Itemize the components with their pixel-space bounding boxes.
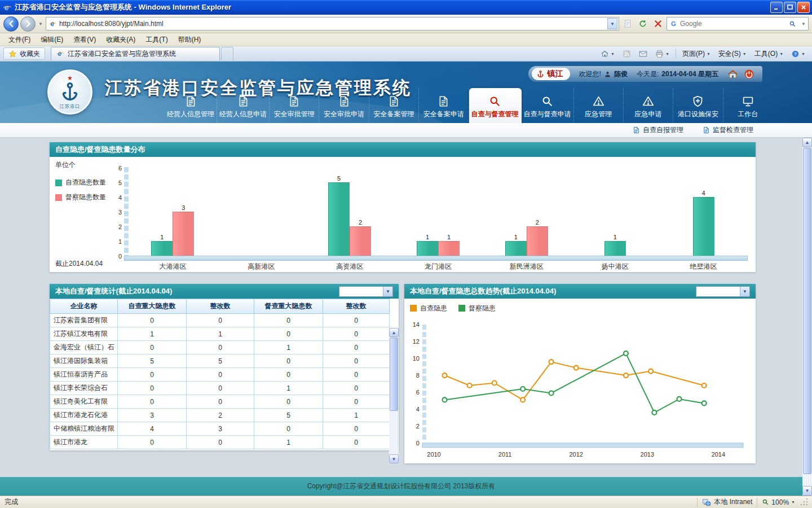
table-row[interactable]: 江苏索普集团有限0000	[50, 314, 390, 327]
svg-text:2013: 2013	[641, 451, 654, 458]
feeds-button[interactable]	[619, 47, 634, 60]
submenu-item-2[interactable]: 监督检查管理	[703, 125, 753, 135]
bar[interactable]	[151, 241, 173, 256]
bar[interactable]	[693, 197, 714, 256]
help-button[interactable]: ? ▼	[788, 47, 809, 60]
resize-grip[interactable]	[800, 498, 807, 506]
table-header-3[interactable]: 整改数	[187, 299, 254, 314]
table-body: 江苏索普集团有限0000江苏镇江发电有限1100金海宏业（镇江）石0010镇江港…	[50, 314, 390, 449]
table-scroll-down-icon[interactable]: ▼	[389, 454, 399, 463]
ie-logo-icon: e	[2, 3, 12, 12]
table-row[interactable]: 中储粮镇江粮油有限4300	[50, 422, 390, 436]
page-scroll-down-icon[interactable]: ▼	[802, 486, 812, 496]
table-row[interactable]: 镇江港国际集装箱5500	[50, 354, 390, 368]
bar[interactable]	[505, 241, 527, 256]
table-row[interactable]: 镇江李长荣综合石0010	[50, 382, 390, 395]
page-scroll-thumb[interactable]	[803, 148, 811, 474]
nav-item-6[interactable]: 安全备案申请	[419, 88, 469, 123]
table-row[interactable]: 镇江奇美化工有限0000	[50, 395, 390, 409]
history-dropdown-icon[interactable]: ▼	[37, 21, 44, 27]
url-input[interactable]	[59, 20, 605, 28]
zoom-control[interactable]: 100% ▼	[762, 498, 795, 506]
value-cell: 5	[187, 354, 254, 368]
nav-item-9[interactable]: 应急管理	[574, 88, 624, 123]
bar[interactable]	[438, 241, 460, 256]
search-box[interactable]: G ▼	[667, 17, 809, 30]
nav-item-3[interactable]: 安全审批管理	[270, 88, 319, 123]
search-magnifier-icon[interactable]	[787, 18, 798, 29]
nav-item-10[interactable]: 应急申请	[624, 88, 673, 123]
compatibility-view-button[interactable]	[621, 17, 634, 30]
home-button[interactable]: ▼	[597, 47, 618, 60]
table-row[interactable]: 镇江市港龙0010	[50, 436, 390, 449]
forward-button[interactable]	[20, 16, 36, 32]
refresh-button[interactable]	[636, 17, 650, 30]
table-header-5[interactable]: 整改数	[323, 299, 390, 314]
bar[interactable]	[527, 226, 548, 256]
page-scroll-up-icon[interactable]: ▲	[802, 138, 812, 147]
new-tab-button[interactable]	[221, 47, 233, 60]
table-header-2[interactable]: 自查重大隐患数	[118, 299, 187, 314]
table-header-1[interactable]: 企业名称	[50, 299, 118, 314]
anchor-icon	[536, 70, 545, 78]
back-button[interactable]	[3, 16, 19, 32]
table-row[interactable]: 江苏镇江发电有限1100	[50, 327, 390, 341]
bar[interactable]	[417, 241, 438, 256]
logout-power-icon[interactable]	[744, 69, 754, 80]
nav-item-7[interactable]: 自查与督查管理	[469, 88, 522, 123]
menu-item-3[interactable]: 查看(V)	[68, 33, 101, 46]
bar[interactable]	[173, 212, 194, 256]
address-field[interactable]: e ▼	[46, 17, 619, 30]
table-row[interactable]: 镇江恒泰沥青产品0000	[50, 368, 390, 382]
print-dropdown-icon[interactable]: ▼	[665, 52, 669, 56]
table-scroll-up-icon[interactable]: ▲	[389, 328, 399, 337]
search-input[interactable]	[680, 20, 784, 28]
page-menu-button[interactable]: 页面(P)▼	[679, 47, 714, 60]
table-header-4[interactable]: 督查重大隐患数	[254, 299, 323, 314]
browser-tab[interactable]: e 江苏省港口安全监管与应急管理系统	[51, 47, 220, 60]
nav-item-12[interactable]: 工作台	[723, 88, 773, 123]
menu-item-1[interactable]: 文件(F)	[3, 33, 36, 46]
portal-home-icon[interactable]	[727, 69, 738, 80]
read-mail-button[interactable]	[636, 47, 651, 60]
home-dropdown-icon[interactable]: ▼	[611, 52, 615, 56]
safety-menu-button[interactable]: 安全(S)▼	[715, 47, 750, 60]
page-scrollbar[interactable]: ▲ ▼	[802, 138, 812, 496]
nav-item-11[interactable]: 港口设施保安	[673, 88, 723, 123]
menu-item-5[interactable]: 工具(T)	[140, 33, 173, 46]
minimize-button[interactable]	[770, 2, 783, 13]
favorites-button[interactable]: 收藏夹	[3, 47, 45, 60]
nav-item-8[interactable]: 自查与督查申请	[522, 88, 574, 123]
nav-item-2[interactable]: 经营人信息申请	[217, 88, 270, 123]
trend-filter-combo[interactable]: ▼	[696, 286, 750, 297]
table-row[interactable]: 镇江市港龙石化港3251	[50, 409, 390, 422]
tools-menu-button[interactable]: 工具(O)▼	[751, 47, 787, 60]
bar[interactable]	[328, 182, 350, 256]
url-dropdown-icon[interactable]: ▼	[607, 18, 617, 29]
table-scroll-thumb[interactable]	[390, 338, 398, 411]
nav-item-4[interactable]: 安全审批申请	[319, 88, 369, 123]
close-button[interactable]	[797, 2, 810, 13]
nav-item-1[interactable]: 经营人信息管理	[165, 88, 217, 123]
table-scrollbar[interactable]: ▲ ▼	[389, 328, 399, 463]
bar[interactable]	[604, 241, 626, 256]
table-filter-combo[interactable]: ▼	[339, 286, 393, 297]
menu-item-4[interactable]: 收藏夹(A)	[101, 33, 140, 46]
zoom-dropdown-icon[interactable]: ▼	[791, 500, 795, 504]
stop-button[interactable]	[651, 17, 665, 30]
menu-item-6[interactable]: 帮助(H)	[173, 33, 206, 46]
bar-group: 12	[482, 168, 571, 256]
nav-item-5[interactable]: 安全备案管理	[369, 88, 419, 123]
print-button[interactable]: ▼	[652, 47, 673, 60]
maximize-button[interactable]	[784, 2, 796, 13]
table-row[interactable]: 金海宏业（镇江）石0010	[50, 341, 390, 354]
menu-item-2[interactable]: 编辑(E)	[36, 33, 68, 46]
status-bar: 完成 本地 Intranet 100% ▼	[0, 496, 812, 508]
submenu-item-1[interactable]: 自查自报管理	[633, 125, 683, 135]
nav-item-label: 应急管理	[585, 110, 612, 119]
search-dropdown-icon[interactable]: ▼	[800, 21, 807, 27]
safety-dropdown-icon: ▼	[743, 52, 747, 56]
bar-y-tick-label: 2	[113, 224, 122, 230]
bar[interactable]	[350, 226, 371, 256]
value-cell: 1	[323, 409, 390, 422]
